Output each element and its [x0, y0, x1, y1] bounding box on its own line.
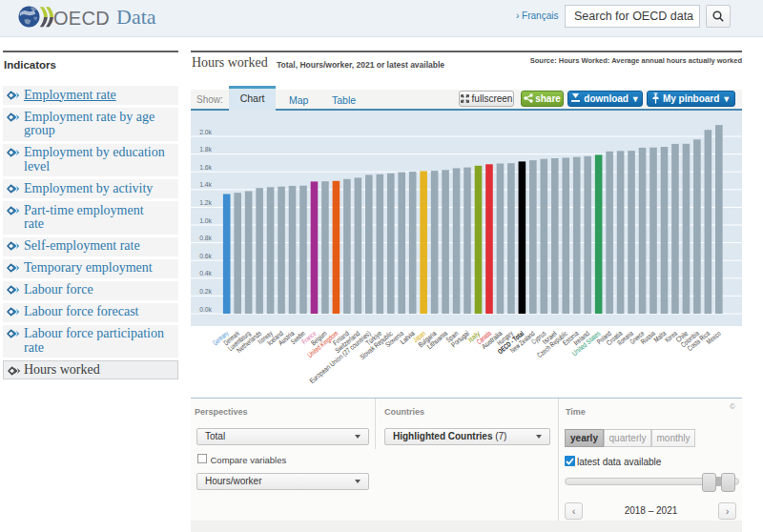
- svg-text:0.0k: 0.0k: [199, 305, 213, 314]
- svg-text:2.0k: 2.0k: [199, 128, 213, 136]
- svg-text:1.4k: 1.4k: [199, 180, 213, 189]
- svg-text:0.8k: 0.8k: [199, 234, 213, 242]
- svg-text:0.6k: 0.6k: [199, 252, 213, 260]
- svg-text:1.0k: 1.0k: [199, 216, 213, 225]
- svg-text:0.4k: 0.4k: [199, 269, 213, 277]
- svg-text:1.2k: 1.2k: [199, 198, 213, 207]
- svg-text:1.8k: 1.8k: [199, 145, 213, 153]
- svg-text:0.2k: 0.2k: [199, 287, 213, 296]
- svg-text:1.6k: 1.6k: [199, 163, 213, 172]
